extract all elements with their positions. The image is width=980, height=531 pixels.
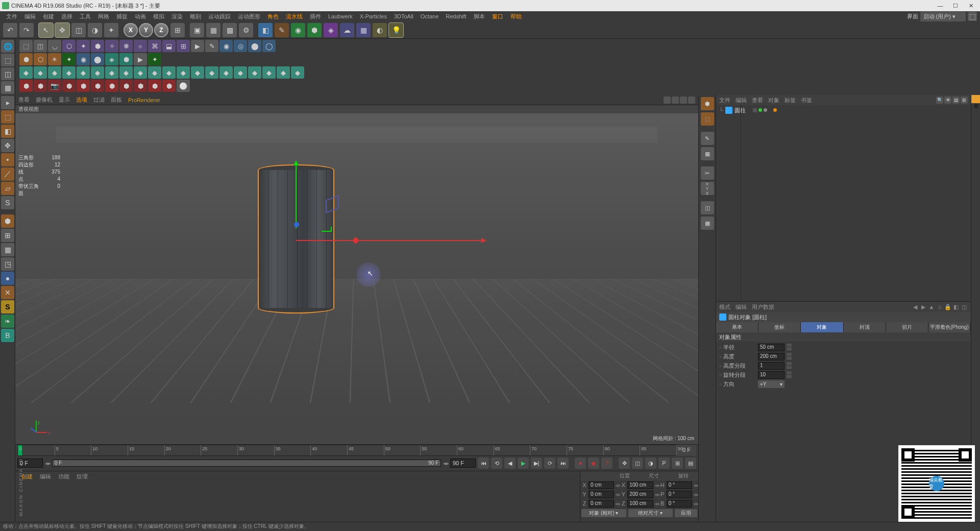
gizmo-z-handle[interactable] — [294, 222, 299, 227]
menu-item-Redshift[interactable]: Redshift — [443, 12, 469, 20]
rot-field[interactable]: 0 ° — [667, 491, 692, 498]
row1-icon[interactable]: ◎ — [234, 40, 247, 52]
mat-menu-编辑[interactable]: 编辑 — [37, 472, 54, 481]
redo-button[interactable]: ↷ — [19, 23, 34, 37]
attr-prev-icon[interactable]: ◀ — [912, 303, 919, 310]
viewport-solo-button[interactable]: ◳ — [1, 257, 14, 271]
menu-item-动画[interactable]: 动画 — [132, 12, 149, 21]
render-pv-button[interactable]: ▩ — [223, 23, 237, 37]
rot-field[interactable]: 0 ° — [667, 500, 692, 508]
render-settings-button[interactable]: ⚙ — [239, 23, 253, 37]
keyframe-sel-button[interactable]: ? — [601, 457, 612, 469]
gizmo-x-axis[interactable] — [296, 240, 485, 241]
vp-menu-显示[interactable]: 显示 — [59, 96, 70, 104]
menu-item-工具[interactable]: 工具 — [77, 12, 94, 21]
row1-icon[interactable]: ✧ — [105, 40, 118, 52]
menu-item-模拟[interactable]: 模拟 — [150, 12, 167, 21]
row1-icon[interactable]: ❋ — [119, 40, 133, 52]
row3-icon[interactable]: ◆ — [105, 66, 118, 79]
coords-mode-dropdown[interactable]: 对象 (相对) ▾ — [581, 509, 626, 517]
spline-button[interactable]: ✎ — [275, 23, 289, 37]
row3-icon[interactable]: ◆ — [62, 66, 76, 79]
row3-icon[interactable]: ◆ — [134, 66, 147, 79]
spinner[interactable] — [787, 371, 792, 379]
attr-menu-用户数据[interactable]: 用户数据 — [752, 303, 774, 311]
palette-icon[interactable]: ⬚ — [1, 54, 14, 66]
deformer-button[interactable]: ◈ — [324, 23, 338, 37]
vp-nav-icon[interactable] — [672, 96, 679, 104]
menu-item-窗口[interactable]: 窗口 — [489, 12, 506, 21]
row1-icon[interactable]: ◯ — [262, 40, 276, 52]
row1-icon[interactable]: ⬚ — [19, 40, 33, 52]
viewport[interactable]: ↖ 三角形188四边形12线375点4带状三角面0 yx 网格间距 : 100 … — [15, 113, 698, 444]
row1-icon[interactable]: ▶ — [191, 40, 204, 52]
far-tab[interactable]: 对象 — [971, 95, 980, 103]
texture-mode-button[interactable]: S — [1, 196, 14, 209]
row2-icon[interactable]: ◉ — [77, 53, 90, 65]
timeline-ruler[interactable]: 051015202530354045505560657075808590 — [17, 445, 677, 456]
make-editable-button[interactable]: ▸ — [1, 96, 14, 109]
row3-icon[interactable]: ◆ — [48, 66, 61, 79]
row1-icon[interactable]: ⬤ — [248, 40, 261, 52]
menu-item-运动跟踪[interactable]: 运动跟踪 — [205, 12, 234, 21]
row4-icon[interactable]: ⚪ — [177, 80, 190, 92]
row1-icon[interactable]: ⬓ — [162, 40, 176, 52]
menu-item-帮助[interactable]: 帮助 — [507, 12, 525, 21]
coord-system-button[interactable]: ⊞ — [170, 23, 185, 37]
tweak-button[interactable]: ⬢ — [1, 214, 14, 228]
row1-icon[interactable]: ⌘ — [148, 40, 161, 52]
rc-icon[interactable]: ◫ — [701, 201, 714, 214]
row3-icon[interactable]: ◆ — [119, 66, 133, 79]
pos-field[interactable]: 0 cm — [589, 500, 614, 508]
row3-icon[interactable]: ◆ — [234, 66, 247, 79]
row4-icon[interactable]: ⬢ — [77, 80, 90, 92]
mat-menu-功能[interactable]: 功能 — [55, 472, 72, 481]
attr-menu-模式[interactable]: 模式 — [719, 303, 730, 311]
tag-phong-icon[interactable] — [773, 108, 777, 112]
attr-field[interactable]: 200 cm — [758, 353, 785, 360]
row2-icon[interactable]: ◈ — [105, 53, 118, 65]
rc-icon[interactable]: ✎ — [701, 132, 714, 145]
camera-button[interactable]: ▦ — [356, 23, 371, 37]
attr-tab-对象[interactable]: 对象 — [801, 322, 843, 332]
key-pos-button[interactable]: ✥ — [619, 457, 630, 469]
attr-tab-切片[interactable]: 切片 — [886, 322, 928, 332]
row2-icon[interactable]: ⬢ — [119, 53, 133, 65]
menu-item-Octane[interactable]: Octane — [418, 12, 442, 20]
rc-icon[interactable]: ▦ — [701, 147, 714, 160]
palette-icon[interactable]: 🌐 — [1, 40, 14, 53]
menu-item-插件[interactable]: 插件 — [307, 12, 324, 21]
rot-field[interactable]: 0 ° — [667, 481, 692, 489]
object-name[interactable]: 圆柱 — [734, 107, 746, 114]
row1-icon[interactable]: ⬢ — [91, 40, 104, 52]
mat-menu-纹理[interactable]: 纹理 — [74, 472, 91, 481]
row3-icon[interactable]: ◆ — [34, 66, 47, 79]
row1-icon[interactable]: ⊞ — [177, 40, 190, 52]
menu-item-角色[interactable]: 角色 — [264, 12, 282, 21]
attr-tab-基本[interactable]: 基本 — [716, 322, 758, 332]
spinner[interactable] — [787, 362, 792, 370]
maximize-button[interactable]: ☐ — [948, 1, 963, 10]
size-field[interactable]: 100 cm — [627, 500, 653, 508]
goto-end-button[interactable]: ⏭ — [557, 457, 569, 469]
attr-menu-编辑[interactable]: 编辑 — [736, 303, 747, 311]
x-button[interactable]: ✕ — [1, 286, 14, 299]
last-tool[interactable]: ✦ — [104, 23, 118, 37]
key-opts-button[interactable]: ▤ — [685, 457, 696, 469]
row4-icon[interactable]: 📷 — [48, 80, 61, 92]
pos-field[interactable]: 0 cm — [589, 491, 614, 498]
row1-icon[interactable]: ✎ — [205, 40, 218, 52]
menu-item-编辑[interactable]: 编辑 — [21, 12, 39, 21]
vp-menu-摄像机[interactable]: 摄像机 — [36, 96, 53, 104]
autokey-button[interactable]: ◉ — [588, 457, 599, 469]
om-filter-icon[interactable]: ▤ — [952, 96, 960, 104]
row3-icon[interactable]: ◆ — [248, 66, 261, 79]
spinner[interactable] — [787, 353, 792, 360]
workplane-button[interactable]: ▦ — [1, 243, 14, 256]
render-view-button[interactable]: ▣ — [190, 23, 204, 37]
coords-size-dropdown[interactable]: 绝对尺寸 ▾ — [628, 509, 673, 517]
size-field[interactable]: 200 cm — [627, 491, 653, 498]
row2-icon[interactable]: ▶ — [134, 53, 147, 65]
row1-icon[interactable]: ⬡ — [62, 40, 76, 52]
pos-field[interactable]: 0 cm — [589, 481, 614, 489]
